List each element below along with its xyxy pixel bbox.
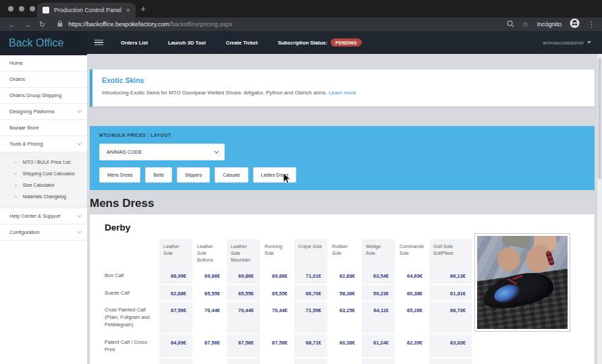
back-icon[interactable]: ← bbox=[8, 21, 16, 28]
tab-close-icon[interactable]: × bbox=[126, 7, 130, 14]
column-header: Leather Sole bbox=[159, 239, 192, 268]
subscription-status: Subscription Status: PENDING bbox=[278, 38, 362, 47]
browser-tab[interactable]: Production Control Panel × bbox=[37, 3, 136, 18]
hamburger-menu-icon[interactable] bbox=[94, 38, 103, 47]
price-cell: 65,55€ bbox=[227, 285, 260, 301]
row-label: Suede Calf bbox=[105, 285, 159, 301]
price-cell: 63,25€ bbox=[328, 302, 361, 333]
bullet-icon: • bbox=[15, 194, 17, 200]
sidebar-item-designing-platforms[interactable]: Designing Platforms bbox=[0, 104, 87, 120]
column-header: Leather Sole Buttons bbox=[193, 239, 226, 268]
incognito-label: Incógnito bbox=[537, 21, 562, 28]
price-cell: 116,11€ bbox=[328, 359, 361, 364]
price-cell: 62,68€ bbox=[328, 268, 361, 283]
url-domain: https://backoffice.bespokefactory.com bbox=[68, 21, 169, 28]
price-cell: 62,39€ bbox=[395, 334, 429, 358]
layout-select-value: ANIMAS CODE bbox=[107, 149, 142, 155]
mouse-cursor bbox=[283, 173, 291, 184]
bookmark-star-icon[interactable]: ☆ bbox=[522, 20, 529, 29]
url-bar[interactable]: https://backoffice.bespokefactory.com/ba… bbox=[68, 21, 232, 28]
close-window-icon[interactable] bbox=[8, 6, 13, 11]
derby-price-card: Derby Leather SoleLeather Sole ButtonsLe… bbox=[90, 214, 595, 364]
price-cell: 67,56€ bbox=[227, 334, 260, 358]
sidebar-item-bazaar-store[interactable]: Bazaar Store bbox=[0, 120, 87, 136]
browser-toolbar: ← → ↻ https://backoffice.bespokefactory.… bbox=[0, 18, 602, 31]
sidebar-item-orders-group-shipping[interactable]: Orders Group Shipping bbox=[0, 88, 87, 104]
price-cell: 64,69€ bbox=[159, 334, 192, 358]
column-header: Commando Sole bbox=[395, 239, 429, 268]
category-button-belts[interactable]: Belts bbox=[145, 167, 172, 183]
column-header: Running Sole bbox=[261, 239, 294, 268]
sidebar-item-help-center[interactable]: Help Center & Support bbox=[0, 208, 87, 224]
sidebar-subitem-mto-bulk-price-list[interactable]: •MTO / BULK Price List bbox=[0, 156, 87, 168]
scrollbar-thumb[interactable] bbox=[598, 58, 601, 179]
price-cell: 68,71€ bbox=[294, 334, 327, 358]
reload-icon[interactable]: ↻ bbox=[39, 21, 45, 28]
app-logo[interactable]: Back Office bbox=[0, 31, 87, 55]
bullet-icon: • bbox=[15, 171, 17, 177]
learn-more-link[interactable]: Learn more bbox=[329, 90, 356, 96]
price-cell: 66,70€ bbox=[429, 302, 472, 333]
category-button-mens-dress[interactable]: Mens Dress bbox=[99, 167, 140, 183]
price-cell: 63,54€ bbox=[362, 268, 395, 283]
nav-launch-3d-tool[interactable]: Launch 3D Tool bbox=[168, 40, 206, 46]
table-row: Hand Made PATINA120,35€123,17€123,17€123… bbox=[105, 359, 595, 364]
price-cell: 123,17€ bbox=[193, 359, 226, 364]
column-header: Wedge Sole bbox=[362, 239, 395, 268]
incognito-avatar-icon bbox=[570, 18, 580, 31]
price-cell: 65,55€ bbox=[193, 285, 226, 301]
category-button-slippers[interactable]: Slippers bbox=[177, 167, 210, 183]
price-cell: 67,56€ bbox=[261, 334, 294, 358]
row-label: Box Calf bbox=[105, 268, 159, 283]
top-navbar: Orders List Launch 3D Tool Create Ticket… bbox=[87, 31, 602, 54]
notice-body: Introducing Exotic Skins for MTO Goodyea… bbox=[102, 90, 585, 96]
browser-menu-icon[interactable]: ⋮ bbox=[588, 20, 595, 29]
price-cell: 70,44€ bbox=[227, 302, 260, 333]
shoe-photo bbox=[474, 233, 570, 332]
sidebar-subitem-materials-changelog[interactable]: •Materials Changelog bbox=[0, 191, 87, 202]
price-cell: 61,81€ bbox=[429, 285, 472, 301]
search-icon[interactable] bbox=[507, 18, 514, 30]
row-label: Crust Painted Calf (Plain, Fullgrain and… bbox=[105, 302, 159, 333]
sidebar-item-configuration[interactable]: Configuration bbox=[0, 224, 87, 241]
maximize-window-icon[interactable] bbox=[30, 6, 35, 11]
sidebar-item-tools-pricing[interactable]: Tools & Pricing bbox=[0, 136, 87, 152]
minimize-window-icon[interactable] bbox=[19, 6, 24, 11]
price-cell: 71,01€ bbox=[294, 268, 327, 283]
new-tab-icon[interactable]: + bbox=[140, 3, 146, 14]
price-cell: 58,36€ bbox=[328, 285, 361, 301]
sidebar-subitem-size-calculator[interactable]: •Size Calculator bbox=[0, 179, 87, 191]
nav-orders-list[interactable]: Orders List bbox=[121, 40, 148, 46]
price-cell: 69,86€ bbox=[261, 268, 294, 283]
price-cell: 118,09€ bbox=[395, 359, 429, 364]
price-cell: 119,50€ bbox=[429, 359, 472, 364]
user-menu[interactable]: animascodeadmin bbox=[543, 40, 591, 46]
price-cell: 66,99€ bbox=[159, 268, 192, 283]
price-cell: 67,56€ bbox=[193, 334, 226, 358]
table-title: Derby bbox=[105, 222, 595, 233]
column-header: Golf Sole SoftPikes bbox=[429, 239, 472, 268]
chevron-down-icon bbox=[77, 213, 82, 218]
forward-icon[interactable]: → bbox=[24, 21, 31, 28]
price-cell: 66,70€ bbox=[294, 285, 327, 301]
nav-create-ticket[interactable]: Create Ticket bbox=[226, 40, 258, 46]
window-controls[interactable] bbox=[8, 6, 35, 11]
price-cell: 64,11€ bbox=[362, 302, 395, 333]
sidebar-item-orders[interactable]: Orders bbox=[0, 71, 87, 88]
chevron-down-icon bbox=[587, 41, 591, 44]
status-badge: PENDING bbox=[331, 38, 362, 47]
column-header: Leather Sole Mountain bbox=[227, 239, 260, 268]
table-row: Patent Calf / Croco Print64,69€67,56€67,… bbox=[105, 334, 595, 358]
layout-select[interactable]: ANIMAS CODE bbox=[99, 144, 225, 160]
chevron-down-icon bbox=[77, 229, 82, 234]
page-title: Mens Dress bbox=[90, 197, 154, 210]
bullet-icon: • bbox=[15, 160, 17, 165]
tab-strip: Production Control Panel × + bbox=[0, 0, 602, 18]
notice-title: Exotic Skins bbox=[102, 76, 585, 84]
price-cell: 69,86€ bbox=[193, 268, 226, 283]
category-button-casuals[interactable]: Casuals bbox=[215, 167, 248, 183]
page-scrollbar[interactable] bbox=[597, 54, 602, 364]
sidebar-item-home[interactable]: Home bbox=[0, 55, 87, 71]
sidebar-subitem-shipping-cost-calculator[interactable]: •Shipping Cost Calculator bbox=[0, 168, 87, 179]
bullet-icon: • bbox=[15, 183, 17, 188]
